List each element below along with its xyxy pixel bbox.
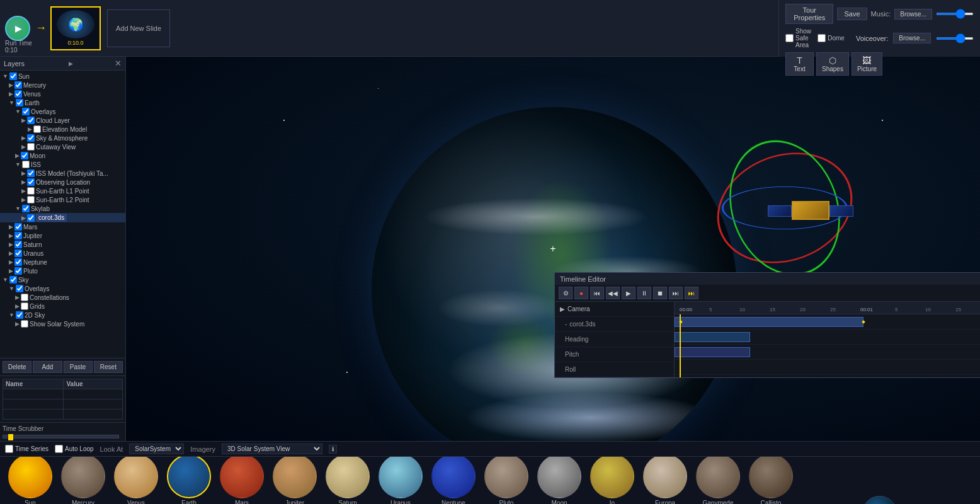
music-volume-slider[interactable]	[936, 13, 974, 15]
layer-checkbox[interactable]	[21, 294, 28, 301]
tl-rewind-button[interactable]: ◀◀	[606, 287, 620, 299]
tl-prev-button[interactable]: ⏮	[590, 287, 604, 299]
main-viewport[interactable]: + Timeline Editor ✕ ⚙ ● ⏮ ◀◀ ▶ ⏸	[126, 57, 980, 441]
play-button[interactable]	[5, 16, 30, 41]
tl-record-button[interactable]: ●	[574, 287, 588, 299]
scrubber-handle[interactable]	[8, 434, 13, 440]
tl-play-button[interactable]: ▶	[622, 287, 635, 299]
tl-settings-button[interactable]: ⚙	[559, 287, 573, 299]
layer-item[interactable]: ▶Grids	[0, 302, 125, 311]
layer-checkbox[interactable]	[22, 205, 30, 212]
layer-checkbox[interactable]	[21, 320, 28, 328]
layer-item[interactable]: ▶Neptune	[0, 258, 125, 266]
planet-item-venus[interactable]: Venus	[111, 457, 161, 504]
layer-checkbox[interactable]	[27, 178, 35, 186]
layer-item[interactable]: ▶Uranus	[0, 249, 125, 258]
look-at-select[interactable]: SolarSystem	[129, 444, 184, 454]
imagery-info-button[interactable]: ℹ	[329, 445, 337, 454]
tl-next-button[interactable]: ⏭	[669, 287, 683, 299]
layer-checkbox[interactable]	[27, 143, 35, 151]
layer-checkbox[interactable]	[14, 249, 22, 257]
layer-item[interactable]: ▶Mercury	[0, 81, 125, 89]
add-slide-button[interactable]: Add New Slide	[107, 9, 170, 47]
layer-checkbox[interactable]	[21, 152, 28, 159]
layer-item[interactable]: ▼2D Sky	[0, 311, 125, 319]
layer-item[interactable]: ▶Observing Location	[0, 178, 125, 186]
layer-checkbox[interactable]	[33, 125, 41, 133]
layer-checkbox[interactable]	[14, 232, 22, 239]
layer-checkbox[interactable]	[14, 223, 22, 231]
tl-stop-button[interactable]: ⏹	[653, 287, 667, 299]
layers-close-button[interactable]: ✕	[115, 59, 122, 68]
layer-checkbox[interactable]	[27, 117, 35, 124]
layer-item[interactable]: ▶Constellations	[0, 293, 125, 302]
layer-item[interactable]: ▼Sun	[0, 72, 125, 81]
layer-item[interactable]: ▶Venus	[0, 89, 125, 98]
layer-checkbox[interactable]	[27, 134, 35, 142]
layer-item[interactable]: ▶ISS Model (Toshiyuki Ta...	[0, 169, 125, 178]
auto-loop-checkbox[interactable]	[55, 445, 63, 453]
planet-item-ganymede[interactable]: Ganymede	[693, 457, 743, 504]
dome-checkbox[interactable]	[818, 34, 826, 42]
layer-item[interactable]: ▶Sun-Earth L1 Point	[0, 186, 125, 195]
layer-item[interactable]: ▶Saturn	[0, 240, 125, 249]
planet-item-mercury[interactable]: Mercury	[58, 457, 108, 504]
layer-checkbox[interactable]	[22, 161, 30, 168]
voiceover-volume-slider[interactable]	[936, 37, 974, 40]
planet-item-europa[interactable]: Europa	[640, 457, 690, 504]
layer-checkbox[interactable]	[27, 214, 35, 222]
layer-checkbox[interactable]	[27, 187, 35, 195]
paste-button[interactable]: Paste	[64, 361, 93, 373]
layer-item[interactable]: ▶Cutaway View	[0, 142, 125, 151]
tour-properties-button[interactable]: Tour Properties	[785, 4, 833, 24]
add-button[interactable]: Add	[33, 361, 62, 373]
save-button[interactable]: Save	[837, 8, 867, 20]
shapes-button[interactable]: ⬡ Shapes	[816, 52, 849, 76]
layer-item[interactable]: ▶Show Solar System	[0, 319, 125, 328]
planet-item-moon[interactable]: Moon	[534, 457, 584, 504]
show-safe-area-checkbox[interactable]	[785, 34, 794, 42]
layer-item[interactable]: ▶Moon	[0, 151, 125, 160]
layer-item[interactable]: ▶Pluto	[0, 266, 125, 275]
layer-item[interactable]: ▼ISS	[0, 160, 125, 169]
planet-item-pluto[interactable]: Pluto	[481, 457, 532, 504]
layer-checkbox[interactable]	[27, 169, 35, 177]
layer-checkbox[interactable]	[16, 99, 23, 106]
planet-item-earth[interactable]: Earth	[164, 457, 214, 504]
layer-checkbox[interactable]	[9, 72, 17, 80]
time-series-checkbox[interactable]	[5, 445, 13, 453]
picture-button[interactable]: 🖼 Picture	[852, 52, 882, 76]
delete-button[interactable]: Delete	[3, 361, 31, 373]
planet-item-neptune[interactable]: Neptune	[428, 457, 479, 504]
layer-item[interactable]: ▼Skylab	[0, 204, 125, 213]
music-browse-button[interactable]: Browse...	[894, 9, 932, 20]
layer-item[interactable]: ▶corot.3ds	[0, 213, 125, 222]
planet-item-saturn[interactable]: Saturn	[322, 457, 373, 504]
layer-item[interactable]: ▶Jupiter	[0, 231, 125, 240]
imagery-select[interactable]: 3D Solar System View	[222, 444, 322, 454]
layer-item[interactable]: ▼Earth	[0, 98, 125, 107]
layer-checkbox[interactable]	[16, 285, 23, 292]
layer-checkbox[interactable]	[22, 108, 30, 115]
planet-item-io[interactable]: Io	[587, 457, 637, 504]
text-button[interactable]: T Text	[785, 52, 814, 76]
tl-end-button[interactable]: ⏭	[685, 287, 698, 299]
layer-checkbox[interactable]	[14, 81, 22, 89]
layer-item[interactable]: ▶Cloud Layer	[0, 116, 125, 125]
timeline-playhead[interactable]	[680, 314, 681, 377]
layer-checkbox[interactable]	[14, 267, 22, 275]
layer-item[interactable]: ▼Sky	[0, 275, 125, 284]
layer-checkbox[interactable]	[14, 90, 22, 98]
layer-item[interactable]: ▼Overlays	[0, 107, 125, 116]
layer-item[interactable]: ▼Overlays	[0, 284, 125, 293]
layer-tree[interactable]: ▼Sun▶Mercury▶Venus▼Earth▼Overlays▶Cloud …	[0, 71, 125, 358]
voiceover-browse-button[interactable]: Browse...	[893, 33, 931, 43]
layer-checkbox[interactable]	[9, 276, 17, 284]
planet-item-callisto[interactable]: Callisto	[746, 457, 796, 504]
planet-item-sun[interactable]: Sun	[5, 457, 55, 504]
layer-checkbox[interactable]	[14, 258, 22, 266]
layer-item[interactable]: ▶Elevation Model	[0, 125, 125, 134]
planet-item-jupiter[interactable]: Jupiter	[270, 457, 320, 504]
slide-thumbnail[interactable]: 🌍 0:10.0	[50, 6, 101, 50]
layer-item[interactable]: ▶Sun-Earth L2 Point	[0, 195, 125, 204]
